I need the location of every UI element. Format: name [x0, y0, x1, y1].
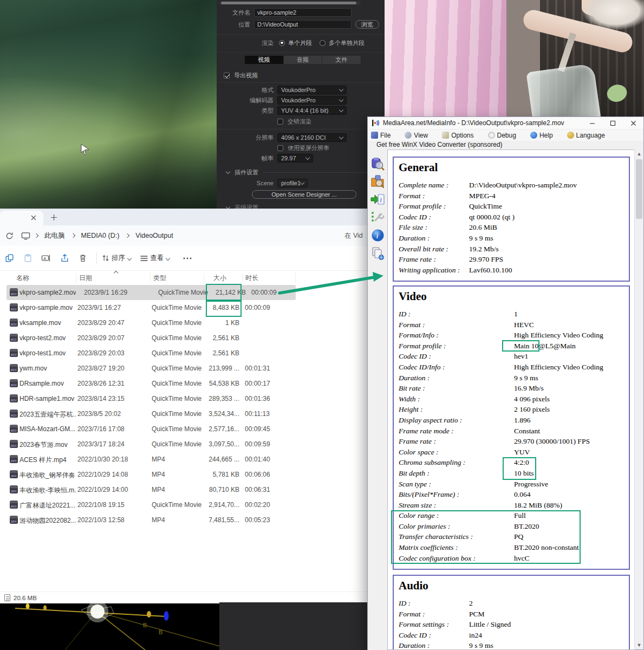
menu-options[interactable]: Options — [442, 132, 473, 139]
filename-input[interactable]: vkpro-sample2 — [254, 8, 352, 17]
vertical-resolution-checkbox[interactable] — [277, 145, 283, 151]
info-label: Format : — [399, 321, 514, 332]
paste-icon[interactable] — [18, 250, 37, 266]
advanced-settings-section[interactable]: 高级设置 — [235, 204, 258, 209]
table-row[interactable]: vkpro-test2.mov 2023/8/29 20:07 QuickTim… — [0, 330, 303, 346]
menu-help[interactable]: Help — [530, 132, 553, 139]
table-row[interactable]: 丰收渔歌-李映恒.m... 2022/10/29 14:00 MP4 80,71… — [0, 482, 303, 497]
info-row: Bit depth : 10 bits — [399, 469, 629, 480]
info-value: QuickTime — [469, 202, 502, 213]
video-frame-strip: B B — [0, 603, 219, 650]
open-folder-icon[interactable] — [370, 174, 385, 189]
multi-clip-radio[interactable] — [320, 40, 326, 46]
table-row[interactable]: MISA-Mozart-GM... 2023/7/16 17:08 QuickT… — [0, 421, 303, 437]
breadcrumb-this-pc[interactable]: 此电脑 — [44, 231, 65, 240]
scrollbar-track[interactable] — [219, 1, 361, 5]
column-type[interactable]: 类型 — [153, 274, 166, 283]
breadcrumb-folder[interactable]: VideoOutput — [135, 232, 173, 239]
explorer-tab[interactable] — [0, 211, 43, 225]
table-row[interactable]: HDR-sample1.mov 2023/8/14 23:15 QuickTim… — [0, 391, 303, 406]
this-pc-icon[interactable] — [21, 232, 30, 240]
info-value: in24 — [469, 631, 482, 642]
table-row[interactable]: ACES 样片.mp4 2022/10/30 20:18 MP4 244,665… — [0, 452, 303, 467]
scrollbar-thumb[interactable] — [221, 2, 356, 4]
file-date: 2023/8/14 23:15 — [77, 395, 149, 402]
more-options-icon[interactable] — [178, 250, 197, 266]
column-date[interactable]: 日期 — [79, 274, 92, 283]
format-select[interactable]: VoukoderPro — [277, 86, 347, 94]
codec-select[interactable]: VoukoderPro — [277, 96, 347, 105]
sponsored-link[interactable]: Get free WinX Video Converter (sponsored… — [376, 141, 503, 148]
scrollbar[interactable]: ▲ ▼ — [634, 150, 643, 649]
sort-dropdown[interactable]: 排序 — [101, 253, 132, 263]
breadcrumb-drive[interactable]: MEDIA0 (D:) — [81, 232, 120, 239]
table-row[interactable]: 2023春节游.mov 2023/3/17 18:24 QuickTime Mo… — [0, 437, 303, 452]
open-scene-designer-button[interactable]: Open Scene Designer ... — [252, 190, 356, 199]
share-icon[interactable] — [55, 250, 74, 266]
table-row[interactable]: 2023五壹端午苏杭... 2023/8/5 20:02 QuickTime M… — [0, 406, 303, 421]
scroll-down-icon[interactable]: ▼ — [636, 642, 642, 648]
tab-video[interactable]: 视频 — [245, 56, 284, 64]
copy-report-icon[interactable] — [370, 246, 385, 261]
file-name: 游动物园2022082... — [19, 516, 76, 525]
menu-view[interactable]: View — [405, 132, 428, 139]
table-row[interactable]: DRsample.mov 2023/8/26 12:31 QuickTime M… — [0, 376, 303, 391]
table-row[interactable]: 广富林遗址20221... 2022/10/8 19:15 QuickTime … — [0, 497, 303, 512]
file-size: 7,481,55... — [201, 516, 239, 524]
view-dropdown[interactable]: 查看 — [140, 253, 171, 263]
tab-file[interactable]: 文件 — [322, 56, 361, 64]
type-select[interactable]: YUV 4:4:4 (16 bit) — [277, 106, 347, 115]
tab-close-icon[interactable] — [30, 214, 37, 221]
file-duration: 00:09:45 — [245, 425, 294, 433]
title-bar[interactable]: MediaArea.net/MediaInfo - D:\VideoOutput… — [368, 117, 643, 129]
refresh-icon[interactable] — [5, 232, 14, 240]
settings-icon[interactable] — [370, 210, 385, 225]
column-name[interactable]: 名称 — [16, 274, 29, 283]
tab-audio[interactable]: 音频 — [284, 56, 323, 64]
framerate-select[interactable]: 29.97 — [277, 154, 313, 162]
copy-icon[interactable] — [0, 250, 18, 266]
rename-icon[interactable]: A — [37, 250, 55, 266]
minimize-button[interactable] — [582, 117, 602, 129]
about-icon[interactable]: i — [370, 228, 385, 243]
table-row[interactable]: vkpro-sample2.mov 2023/9/1 16:29 QuickTi… — [6, 285, 296, 300]
scene-select[interactable]: profile1 — [277, 179, 308, 187]
file-icon — [10, 349, 18, 357]
table-row[interactable]: vksample.mov 2023/8/29 20:47 QuickTime M… — [0, 315, 303, 330]
file-size: 5,781 KB — [201, 471, 239, 478]
menu-debug[interactable]: Debug — [488, 132, 516, 139]
table-row[interactable]: 丰收渔歌_钢琴伴奏... 2022/10/29 14:08 MP4 5,781 … — [0, 467, 303, 482]
close-button[interactable] — [623, 117, 643, 129]
export-info-icon[interactable]: i — [370, 192, 385, 207]
menu-file[interactable]: File — [371, 132, 391, 139]
maximize-button[interactable] — [602, 117, 623, 129]
flare-label-b2: B — [159, 629, 162, 635]
interlaced-checkbox[interactable] — [277, 119, 283, 125]
scrollbar-thumb[interactable] — [636, 159, 642, 219]
table-row[interactable]: vkpro-sample.mov 2023/9/1 16:27 QuickTim… — [0, 300, 303, 315]
info-label: Codec ID : — [399, 631, 469, 642]
plugin-settings-section[interactable]: 插件设置 — [235, 168, 258, 177]
info-label: Complete name : — [399, 181, 469, 192]
delete-icon[interactable] — [74, 250, 92, 266]
column-duration[interactable]: 时长 — [245, 274, 258, 283]
new-tab-button[interactable] — [49, 212, 58, 222]
file-duration: 00:01:40 — [245, 456, 294, 463]
resolution-select[interactable]: 4096 x 2160 DCI — [277, 133, 347, 142]
column-size[interactable]: 大小 — [213, 274, 226, 283]
table-row[interactable]: ywm.mov 2023/8/27 19:20 QuickTime Movie … — [0, 361, 303, 376]
scroll-up-icon[interactable]: ▲ — [636, 151, 642, 157]
table-row[interactable]: vkpro-test1.mov 2023/8/29 20:03 QuickTim… — [0, 346, 303, 361]
svg-text:A: A — [43, 256, 47, 261]
location-input[interactable]: D:\VideoOutput — [254, 20, 352, 29]
export-video-checkbox[interactable] — [224, 73, 230, 79]
search-input[interactable]: 在 Vid — [344, 231, 363, 240]
single-clip-radio[interactable] — [279, 40, 285, 46]
menu-language[interactable]: Language — [567, 132, 605, 139]
info-row: Transfer characteristics : PQ — [399, 532, 629, 543]
browse-button[interactable]: 浏览 — [355, 20, 379, 29]
file-type: QuickTime Movie — [152, 304, 204, 311]
file-size: 2,561 KB — [201, 334, 239, 342]
table-row[interactable]: 游动物园2022082... 2022/10/3 12:58 MP4 7,481… — [0, 512, 303, 528]
open-file-icon[interactable] — [370, 157, 385, 171]
